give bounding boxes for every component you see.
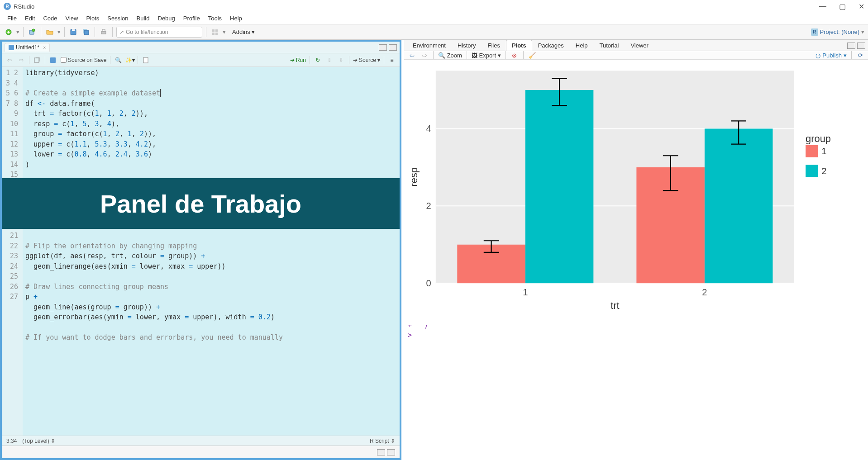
menu-edit[interactable]: Edit	[21, 14, 38, 23]
svg-text:2: 2	[702, 287, 707, 297]
save-all-icon[interactable]	[81, 27, 91, 37]
go-up-icon[interactable]: ⇧	[325, 56, 334, 64]
tab-history[interactable]: History	[452, 40, 482, 51]
scope-label[interactable]: (Top Level) ⇕	[22, 438, 55, 444]
tab-packages[interactable]: Packages	[532, 40, 570, 51]
minimize-upper-icon[interactable]	[847, 43, 855, 49]
overlay-banner: Panel de Trabajo	[2, 178, 400, 229]
plot-toolbar: ⇦ ⇨ 🔍 Zoom 🖼 Export ▾ ⊗ 🧹 ◷ Publish ▾ ⟳	[404, 51, 868, 60]
svg-rect-15	[143, 57, 148, 63]
save-source-icon[interactable]	[49, 56, 57, 64]
close-window-button[interactable]: ✕	[858, 2, 864, 11]
source-tab-untitled[interactable]: Untitled1* ×	[5, 43, 50, 52]
addins-menu[interactable]: Addins ▾	[229, 28, 258, 36]
svg-rect-6	[84, 30, 89, 35]
svg-rect-28	[525, 90, 594, 283]
save-icon[interactable]	[68, 27, 78, 37]
svg-text:group: group	[806, 133, 831, 144]
source-statusbar: 3:34 (Top Level) ⇕ R Script ⇕	[2, 436, 400, 446]
svg-rect-9	[212, 29, 215, 32]
main-toolbar: ▾ ▾ ↗Go to file/function ▾ Addins ▾ R Pr…	[0, 24, 868, 40]
lang-label[interactable]: R Script ⇕	[370, 438, 395, 444]
tab-environment[interactable]: Environment	[407, 40, 452, 51]
remove-plot-icon[interactable]: ⊗	[510, 51, 519, 59]
menu-help[interactable]: Help	[226, 14, 246, 23]
app-title: RStudio	[14, 3, 34, 10]
maximize-pane-icon[interactable]	[389, 44, 397, 51]
source-tab-label: Untitled1*	[16, 44, 39, 51]
cursor-position: 3:34	[6, 438, 17, 444]
menu-build[interactable]: Build	[133, 14, 153, 23]
source-button[interactable]: ➔ Source ▾	[353, 57, 380, 63]
svg-text:0: 0	[426, 278, 431, 288]
menu-plots[interactable]: Plots	[82, 14, 103, 23]
tab-tutorial[interactable]: Tutorial	[594, 40, 625, 51]
minimize-console-icon[interactable]	[377, 449, 385, 455]
code-editor[interactable]: 1 2 3 4 5 6 7 8 9 10 11 12 13 14 15 16 1…	[2, 67, 400, 436]
clear-all-plots-icon[interactable]: 🧹	[528, 51, 536, 59]
refresh-plot-icon[interactable]: ⟳	[856, 51, 864, 59]
svg-text:1: 1	[523, 287, 528, 297]
publish-button[interactable]: ◷ Publish ▾	[816, 52, 847, 59]
plot-prev-icon[interactable]: ⇦	[408, 51, 416, 59]
tab-viewer[interactable]: Viewer	[625, 40, 654, 51]
plot-next-icon[interactable]: ⇨	[420, 51, 429, 59]
goto-file-input[interactable]: ↗Go to file/function	[116, 27, 202, 38]
svg-rect-7	[101, 31, 106, 34]
tab-plots[interactable]: Plots	[506, 40, 532, 51]
menu-debug[interactable]: Debug	[154, 14, 179, 23]
tab-files[interactable]: Files	[482, 40, 506, 51]
project-selector[interactable]: R Project: (None) ▾	[811, 28, 864, 36]
grid-icon[interactable]	[210, 27, 220, 37]
code-body[interactable]: library(tidyverse) # Create a simple exa…	[23, 67, 400, 436]
print-icon[interactable]	[99, 27, 109, 37]
svg-rect-8	[102, 29, 105, 31]
maximize-button[interactable]: ▢	[839, 2, 846, 11]
menu-file[interactable]: File	[4, 14, 20, 23]
go-down-icon[interactable]: ⇩	[337, 56, 345, 64]
app-logo-icon: R	[4, 3, 11, 10]
minimize-pane-icon[interactable]	[379, 44, 387, 51]
maximize-upper-icon[interactable]	[857, 43, 865, 49]
show-in-new-window-icon[interactable]	[33, 56, 41, 64]
run-button[interactable]: ➔ Run	[290, 57, 306, 63]
menu-profile[interactable]: Profile	[180, 14, 204, 23]
right-column: EnvironmentHistoryFilesPlotsPackagesHelp…	[404, 40, 868, 460]
menu-view[interactable]: View	[62, 14, 81, 23]
svg-rect-14	[50, 57, 56, 63]
source-on-save-checkbox[interactable]: Source on Save	[61, 57, 106, 63]
menu-code[interactable]: Code	[39, 14, 61, 23]
find-icon[interactable]: 🔍	[114, 56, 122, 64]
maximize-console-icon[interactable]	[387, 449, 395, 455]
tab-help[interactable]: Help	[570, 40, 594, 51]
back-icon[interactable]: ⇦	[5, 56, 14, 64]
new-project-icon[interactable]	[27, 27, 37, 37]
close-tab-icon[interactable]: ×	[43, 45, 46, 50]
plot-svg: 02412trtrespgroup12	[407, 62, 863, 322]
source-pane: Untitled1* × ⇦ ⇨ Source on Save 🔍 ✨▾ ➔ R…	[0, 40, 401, 460]
svg-text:2: 2	[821, 166, 826, 176]
r-file-icon	[9, 45, 14, 50]
rerun-icon[interactable]: ↻	[314, 56, 322, 64]
svg-text:4: 4	[426, 123, 431, 133]
source-tabrow: Untitled1* ×	[2, 42, 400, 53]
new-file-icon[interactable]	[4, 27, 14, 37]
minimize-button[interactable]: —	[819, 2, 826, 11]
wand-icon[interactable]: ✨▾	[126, 56, 134, 64]
menu-tools[interactable]: Tools	[205, 14, 225, 23]
menu-session[interactable]: Session	[104, 14, 132, 23]
svg-rect-13	[34, 58, 39, 62]
line-gutter: 1 2 3 4 5 6 7 8 9 10 11 12 13 14 15 16 1…	[2, 67, 23, 436]
plot-area: 02412trtrespgroup12	[404, 60, 868, 325]
compile-report-icon[interactable]	[142, 56, 150, 64]
svg-text:resp: resp	[408, 167, 420, 186]
source-toolbar: ⇦ ⇨ Source on Save 🔍 ✨▾ ➔ Run ↻ ⇧ ⇩ ➔ So…	[2, 53, 400, 67]
outline-icon[interactable]: ≡	[388, 56, 396, 64]
export-button[interactable]: 🖼 Export ▾	[472, 52, 501, 59]
open-file-icon[interactable]	[45, 27, 55, 37]
zoom-button[interactable]: 🔍 Zoom	[438, 52, 462, 59]
upper-tabrow: EnvironmentHistoryFilesPlotsPackagesHelp…	[404, 40, 868, 51]
svg-text:trt: trt	[610, 300, 619, 311]
window-buttons: — ▢ ✕	[819, 2, 864, 11]
forward-icon[interactable]: ⇨	[17, 56, 25, 64]
